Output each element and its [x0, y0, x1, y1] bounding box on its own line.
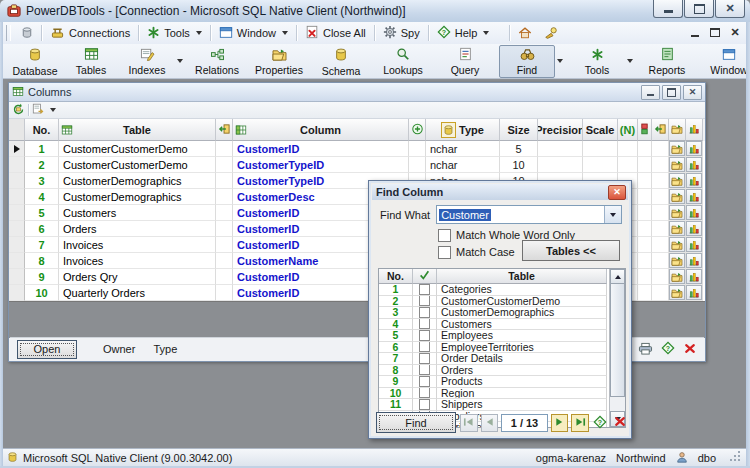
dialog-table-row[interactable]: 1Categories: [379, 284, 625, 296]
menu-connections[interactable]: Connections: [44, 22, 136, 44]
row-selector[interactable]: [9, 205, 25, 221]
home-button[interactable]: [512, 22, 538, 44]
header-chart-col[interactable]: [686, 119, 703, 141]
header-open-col[interactable]: [669, 119, 686, 141]
table-checkbox[interactable]: [419, 342, 430, 353]
maximize-button[interactable]: [684, 0, 714, 18]
toolbar-grip[interactable]: [6, 25, 11, 41]
columns-row-button[interactable]: [686, 221, 702, 236]
toolbar-reports-button[interactable]: Reports: [639, 45, 695, 78]
dialog-help-button[interactable]: ?: [592, 415, 609, 431]
resize-grip[interactable]: [730, 451, 742, 465]
row-selector[interactable]: [9, 173, 25, 189]
columns-row-button[interactable]: [686, 141, 702, 156]
first-page-button[interactable]: [460, 414, 478, 432]
table-checkbox[interactable]: [419, 353, 430, 364]
table-checkbox[interactable]: [419, 319, 430, 330]
dialog-table-row[interactable]: 11Shippers: [379, 399, 625, 411]
columns-close-button[interactable]: ✕: [683, 85, 702, 100]
prev-page-button[interactable]: [481, 414, 499, 432]
menu-tools[interactable]: Tools: [141, 22, 208, 44]
open-row-button[interactable]: [669, 141, 685, 156]
help-button[interactable]: ?: [659, 341, 676, 357]
open-row-button[interactable]: [669, 173, 685, 188]
owner-button[interactable]: Owner: [103, 343, 135, 355]
header-add-col[interactable]: [409, 119, 426, 141]
print-button[interactable]: [637, 341, 654, 357]
scroll-thumb[interactable]: [610, 283, 625, 397]
header-column[interactable]: Column: [233, 119, 409, 141]
flashlight-button[interactable]: [538, 22, 564, 44]
table-checkbox[interactable]: [419, 330, 430, 341]
match-whole-word-checkbox[interactable]: [438, 229, 451, 242]
row-selector[interactable]: [9, 221, 25, 237]
find-what-input[interactable]: Customer: [436, 205, 622, 224]
toolbar-indexes-button[interactable]: Indexes: [119, 45, 175, 78]
row-selector[interactable]: [9, 237, 25, 253]
columns-row-button[interactable]: [686, 285, 702, 300]
mdi-close-button[interactable]: ✕: [728, 26, 742, 38]
table-checkbox[interactable]: [419, 284, 430, 295]
dialog-table-row[interactable]: 10Region: [379, 388, 625, 400]
menu-close-all[interactable]: Close All: [299, 22, 372, 44]
toolbar-find-button[interactable]: Find: [499, 45, 555, 78]
open-row-button[interactable]: [669, 253, 685, 268]
find-dialog-titlebar[interactable]: Find Column ✕: [372, 184, 628, 201]
chevron-down-icon[interactable]: [50, 108, 56, 112]
toolbar-schema-button[interactable]: Schema: [313, 45, 369, 78]
close-button[interactable]: ✕: [715, 0, 745, 18]
table-checkbox[interactable]: [419, 296, 430, 307]
open-row-button[interactable]: [669, 189, 685, 204]
find-button[interactable]: Find: [376, 412, 456, 433]
columns-row-button[interactable]: [686, 237, 702, 252]
table-checkbox[interactable]: [419, 376, 430, 387]
row-selector[interactable]: [9, 189, 25, 205]
dialog-cancel-button[interactable]: [612, 415, 629, 431]
open-button[interactable]: Open: [17, 340, 77, 359]
dialog-table-row[interactable]: 3CustomerDemographics: [379, 307, 625, 319]
row-selector[interactable]: [9, 253, 25, 269]
columns-row-button[interactable]: [686, 253, 702, 268]
close-grid-button[interactable]: [681, 341, 698, 357]
columns-row-button[interactable]: [686, 157, 702, 172]
columns-row-button[interactable]: [686, 189, 702, 204]
dialog-header-no[interactable]: No.: [379, 269, 413, 284]
open-row-button[interactable]: [669, 221, 685, 236]
header-nn-col[interactable]: [638, 119, 652, 141]
table-checkbox[interactable]: [419, 307, 430, 318]
dialog-table-row[interactable]: 8Orders: [379, 365, 625, 377]
columns-row-button[interactable]: [686, 173, 702, 188]
database-menu-button[interactable]: [15, 22, 39, 44]
row-selector[interactable]: [9, 157, 25, 173]
dialog-header-check[interactable]: [413, 269, 437, 284]
dialog-table-row[interactable]: 7Order Details: [379, 353, 625, 365]
mdi-restore-button[interactable]: [708, 26, 722, 38]
toolbar-relations-button[interactable]: Relations: [189, 45, 245, 78]
open-row-button[interactable]: [669, 285, 685, 300]
columns-row-button[interactable]: [686, 269, 702, 284]
open-row-button[interactable]: [669, 237, 685, 252]
open-row-button[interactable]: [669, 205, 685, 220]
header-import-col2[interactable]: [652, 119, 669, 141]
table-checkbox[interactable]: [419, 388, 430, 399]
columns-minimize-button[interactable]: [641, 85, 660, 100]
row-selector[interactable]: [9, 285, 25, 301]
header-table[interactable]: Table: [59, 119, 216, 141]
columns-row-button[interactable]: [686, 205, 702, 220]
type-button[interactable]: Type: [153, 343, 177, 355]
menu-window[interactable]: Window: [213, 22, 294, 44]
dialog-table-row[interactable]: 5Employees: [379, 330, 625, 342]
dialog-table-row[interactable]: 6EmployeeTerritories: [379, 342, 625, 354]
next-page-button[interactable]: [551, 414, 569, 432]
table-checkbox[interactable]: [419, 365, 430, 376]
last-page-button[interactable]: [571, 414, 589, 432]
toolbar-lookups-button[interactable]: Lookups: [375, 45, 431, 78]
refresh-button[interactable]: [12, 103, 25, 117]
open-row-button[interactable]: [669, 157, 685, 172]
toolbar-tools-button[interactable]: Tools: [569, 45, 625, 78]
dialog-table-row[interactable]: 2CustomerCustomerDemo: [379, 296, 625, 308]
toolbar-window-button[interactable]: Window: [701, 45, 750, 78]
combo-dropdown-button[interactable]: [604, 206, 621, 223]
dialog-table-row[interactable]: 9Products: [379, 376, 625, 388]
minimize-button[interactable]: [653, 0, 683, 18]
